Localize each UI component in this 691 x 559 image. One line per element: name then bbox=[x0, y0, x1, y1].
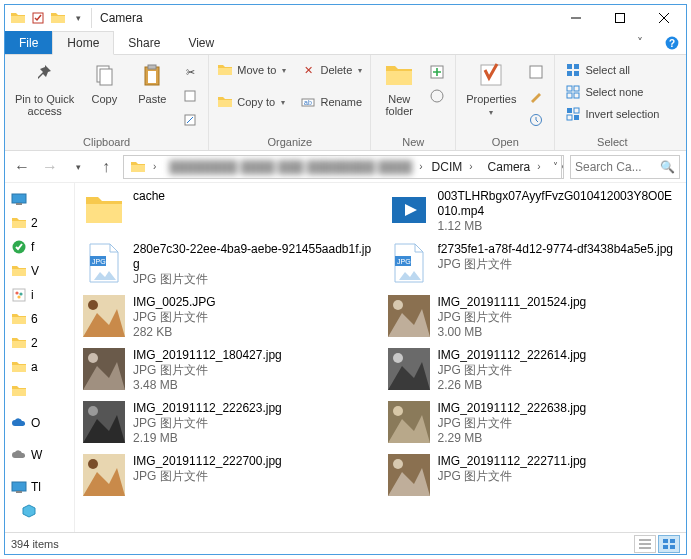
svg-rect-36 bbox=[567, 115, 572, 120]
copy-path-button[interactable] bbox=[178, 85, 202, 107]
tree-node-wps[interactable]: W bbox=[5, 445, 74, 465]
monitor-icon bbox=[11, 191, 27, 207]
list-item[interactable]: cache bbox=[81, 187, 376, 236]
pin-to-quickaccess-button[interactable]: Pin to Quick access bbox=[9, 57, 80, 119]
cut-button[interactable]: ✂ bbox=[178, 61, 202, 83]
tree-node[interactable] bbox=[5, 189, 74, 209]
photo-icon bbox=[83, 348, 125, 390]
select-none-button[interactable]: Select none bbox=[561, 81, 663, 103]
chevron-right-icon[interactable]: › bbox=[534, 161, 543, 172]
back-button[interactable]: ← bbox=[11, 156, 33, 178]
rename-button[interactable]: abRename bbox=[296, 91, 366, 113]
group-clipboard: Pin to Quick access Copy Paste ✂ Clipboa… bbox=[5, 55, 209, 150]
svg-text:JPG: JPG bbox=[397, 258, 411, 265]
svg-rect-4 bbox=[616, 14, 625, 23]
svg-rect-88 bbox=[663, 539, 668, 543]
quick-properties-icon[interactable] bbox=[29, 9, 47, 27]
svg-rect-52 bbox=[12, 482, 26, 491]
edit-button[interactable] bbox=[524, 85, 548, 107]
file-list[interactable]: cache003TLHRbgx07AyyfFvzG010412003Y8O0E0… bbox=[75, 183, 686, 532]
chevron-right-icon[interactable]: › bbox=[416, 161, 425, 172]
tree-node[interactable]: a bbox=[5, 357, 74, 377]
addr-camera[interactable]: Camera› bbox=[482, 156, 550, 178]
file-size: 3.48 MB bbox=[133, 378, 282, 393]
cloud-icon bbox=[11, 415, 27, 431]
list-item[interactable]: JPGf2735fe1-a78f-4d12-9774-df3438b4a5e5.… bbox=[386, 240, 681, 289]
tab-home[interactable]: Home bbox=[52, 31, 114, 55]
svg-rect-32 bbox=[567, 93, 572, 98]
new-folder-button[interactable]: New folder bbox=[375, 57, 423, 119]
nav-tree[interactable]: 2 f V i 6 2 a O W Tl bbox=[5, 183, 75, 532]
file-size: 2.26 MB bbox=[438, 378, 587, 393]
icons-view-button[interactable] bbox=[658, 535, 680, 553]
copy-button[interactable]: Copy bbox=[80, 57, 128, 107]
tree-node[interactable]: 6 bbox=[5, 309, 74, 329]
tree-node[interactable]: 2 bbox=[5, 333, 74, 353]
tree-node[interactable] bbox=[5, 501, 74, 521]
tree-node[interactable] bbox=[5, 381, 74, 401]
photos-icon bbox=[11, 287, 27, 303]
tab-file[interactable]: File bbox=[5, 31, 52, 54]
open-button[interactable] bbox=[524, 61, 548, 83]
collapse-ribbon-button[interactable]: ˅ bbox=[622, 31, 658, 54]
recent-locations-button[interactable]: ▾ bbox=[67, 156, 89, 178]
list-item[interactable]: IMG_20191112_222700.jpgJPG 图片文件 bbox=[81, 452, 376, 498]
minimize-button[interactable] bbox=[554, 5, 598, 31]
svg-rect-13 bbox=[148, 71, 156, 83]
newitem-icon bbox=[429, 64, 445, 80]
qat-chevron-icon[interactable]: ▾ bbox=[69, 9, 87, 27]
tree-node[interactable]: f bbox=[5, 237, 74, 257]
file-name: IMG_20191112_222614.jpg bbox=[438, 348, 587, 363]
tree-node-onedrive[interactable]: O bbox=[5, 413, 74, 433]
delete-button[interactable]: ✕Delete▾ bbox=[296, 59, 366, 81]
svg-rect-2 bbox=[51, 16, 65, 23]
maximize-button[interactable] bbox=[598, 5, 642, 31]
tree-node[interactable]: i bbox=[5, 285, 74, 305]
list-item[interactable]: JPG280e7c30-22ee-4ba9-aebe-921455aadb1f.… bbox=[81, 240, 376, 289]
ribbon: Pin to Quick access Copy Paste ✂ Clipboa… bbox=[5, 55, 686, 151]
move-to-button[interactable]: Move to▾ bbox=[213, 59, 290, 81]
addr-history-button[interactable]: ˅ bbox=[550, 161, 561, 172]
invert-selection-button[interactable]: Invert selection bbox=[561, 103, 663, 125]
file-type: JPG 图片文件 bbox=[133, 469, 282, 484]
svg-point-75 bbox=[88, 406, 98, 416]
close-button[interactable] bbox=[642, 5, 686, 31]
list-item[interactable]: 003TLHRbgx07AyyfFvzG010412003Y8O0E010.mp… bbox=[386, 187, 681, 236]
up-button[interactable]: ↑ bbox=[95, 156, 117, 178]
quick-newfolder-icon[interactable] bbox=[49, 9, 67, 27]
addr-root[interactable]: › bbox=[124, 156, 165, 178]
new-item-button[interactable] bbox=[425, 61, 449, 83]
list-item[interactable]: IMG_20191112_222614.jpgJPG 图片文件2.26 MB bbox=[386, 346, 681, 395]
paste-button[interactable]: Paste bbox=[128, 57, 176, 107]
copy-to-button[interactable]: Copy to▾ bbox=[213, 91, 290, 113]
easy-access-button[interactable] bbox=[425, 85, 449, 107]
file-name: IMG_20191112_180427.jpg bbox=[133, 348, 282, 363]
list-item[interactable]: IMG_20191111_201524.jpgJPG 图片文件3.00 MB bbox=[386, 293, 681, 342]
help-button[interactable]: ? bbox=[658, 31, 686, 54]
refresh-button[interactable]: ⟳ bbox=[561, 156, 564, 178]
properties-button[interactable]: Properties▾ bbox=[460, 57, 522, 121]
chevron-right-icon[interactable]: › bbox=[150, 161, 159, 172]
chevron-right-icon[interactable]: › bbox=[466, 161, 475, 172]
list-item[interactable]: IMG_20191112_222711.jpgJPG 图片文件 bbox=[386, 452, 681, 498]
tree-node[interactable]: 2 bbox=[5, 213, 74, 233]
list-item[interactable]: IMG_20191112_222623.jpgJPG 图片文件2.19 MB bbox=[81, 399, 376, 448]
tree-node-thispc[interactable]: Tl bbox=[5, 477, 74, 497]
select-all-button[interactable]: Select all bbox=[561, 59, 663, 81]
tab-share[interactable]: Share bbox=[114, 31, 174, 54]
svg-point-46 bbox=[19, 292, 22, 295]
address-bar[interactable]: › ████████ ████ ███ ████████ ████ › DCIM… bbox=[123, 155, 564, 179]
list-item[interactable]: IMG_0025.JPGJPG 图片文件282 KB bbox=[81, 293, 376, 342]
tab-view[interactable]: View bbox=[174, 31, 228, 54]
list-item[interactable]: IMG_20191112_180427.jpgJPG 图片文件3.48 MB bbox=[81, 346, 376, 395]
details-view-button[interactable] bbox=[634, 535, 656, 553]
search-input[interactable]: Search Ca... 🔍 bbox=[570, 155, 680, 179]
tree-node[interactable]: V bbox=[5, 261, 74, 281]
svg-rect-0 bbox=[11, 16, 25, 23]
addr-dcim[interactable]: DCIM› bbox=[426, 156, 482, 178]
forward-button[interactable]: → bbox=[39, 156, 61, 178]
svg-point-63 bbox=[88, 300, 98, 310]
history-button[interactable] bbox=[524, 109, 548, 131]
list-item[interactable]: IMG_20191112_222638.jpgJPG 图片文件2.29 MB bbox=[386, 399, 681, 448]
paste-shortcut-button[interactable] bbox=[178, 109, 202, 131]
